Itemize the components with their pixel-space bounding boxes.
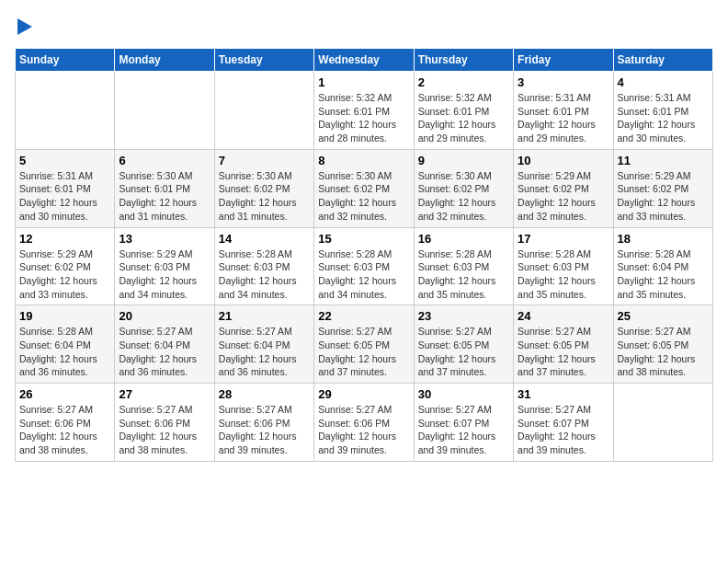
- day-number: 28: [219, 387, 310, 401]
- day-number: 1: [318, 75, 409, 89]
- day-info: Sunrise: 5:28 AM Sunset: 6:04 PM Dayligh…: [618, 247, 709, 302]
- calendar-cell: 9Sunrise: 5:30 AM Sunset: 6:02 PM Daylig…: [414, 149, 513, 227]
- day-number: 12: [19, 232, 110, 246]
- day-info: Sunrise: 5:28 AM Sunset: 6:03 PM Dayligh…: [418, 247, 509, 302]
- calendar-cell: [613, 384, 712, 462]
- calendar-cell: 23Sunrise: 5:27 AM Sunset: 6:05 PM Dayli…: [414, 305, 513, 384]
- day-number: 14: [219, 232, 310, 246]
- calendar-cell: 20Sunrise: 5:27 AM Sunset: 6:04 PM Dayli…: [115, 305, 214, 384]
- day-number: 25: [618, 309, 709, 323]
- calendar-cell: 27Sunrise: 5:27 AM Sunset: 6:06 PM Dayli…: [115, 384, 214, 462]
- calendar-cell: 1Sunrise: 5:32 AM Sunset: 6:01 PM Daylig…: [314, 72, 414, 150]
- week-row-2: 5Sunrise: 5:31 AM Sunset: 6:01 PM Daylig…: [16, 149, 713, 227]
- calendar-cell: [16, 72, 115, 150]
- day-number: 6: [119, 154, 210, 167]
- day-info: Sunrise: 5:28 AM Sunset: 6:03 PM Dayligh…: [518, 247, 609, 302]
- calendar-cell: 15Sunrise: 5:28 AM Sunset: 6:03 PM Dayli…: [314, 227, 414, 305]
- day-number: 30: [418, 387, 509, 401]
- day-info: Sunrise: 5:30 AM Sunset: 6:02 PM Dayligh…: [219, 169, 310, 224]
- col-header-monday: Monday: [115, 49, 214, 72]
- day-number: 5: [19, 154, 110, 167]
- day-number: 10: [518, 154, 609, 167]
- day-number: 17: [518, 232, 609, 246]
- calendar-cell: 3Sunrise: 5:31 AM Sunset: 6:01 PM Daylig…: [514, 72, 613, 150]
- calendar-cell: 5Sunrise: 5:31 AM Sunset: 6:01 PM Daylig…: [16, 149, 115, 227]
- day-number: 3: [518, 75, 609, 89]
- week-row-1: 1Sunrise: 5:32 AM Sunset: 6:01 PM Daylig…: [16, 72, 713, 150]
- day-info: Sunrise: 5:28 AM Sunset: 6:03 PM Dayligh…: [219, 247, 310, 302]
- calendar-cell: 26Sunrise: 5:27 AM Sunset: 6:06 PM Dayli…: [16, 384, 115, 462]
- day-number: 27: [119, 387, 210, 401]
- calendar-cell: 19Sunrise: 5:28 AM Sunset: 6:04 PM Dayli…: [16, 305, 115, 384]
- week-row-5: 26Sunrise: 5:27 AM Sunset: 6:06 PM Dayli…: [16, 384, 713, 462]
- day-info: Sunrise: 5:27 AM Sunset: 6:04 PM Dayligh…: [219, 325, 310, 379]
- calendar-cell: 21Sunrise: 5:27 AM Sunset: 6:04 PM Dayli…: [214, 305, 313, 384]
- day-info: Sunrise: 5:29 AM Sunset: 6:02 PM Dayligh…: [19, 247, 110, 302]
- day-info: Sunrise: 5:29 AM Sunset: 6:03 PM Dayligh…: [119, 247, 210, 302]
- week-row-4: 19Sunrise: 5:28 AM Sunset: 6:04 PM Dayli…: [16, 305, 713, 384]
- day-info: Sunrise: 5:29 AM Sunset: 6:02 PM Dayligh…: [518, 169, 609, 224]
- calendar-cell: 28Sunrise: 5:27 AM Sunset: 6:06 PM Dayli…: [214, 384, 313, 462]
- calendar-cell: 31Sunrise: 5:27 AM Sunset: 6:07 PM Dayli…: [514, 384, 613, 462]
- calendar-cell: 10Sunrise: 5:29 AM Sunset: 6:02 PM Dayli…: [514, 149, 613, 227]
- col-header-sunday: Sunday: [16, 49, 115, 72]
- day-info: Sunrise: 5:27 AM Sunset: 6:06 PM Dayligh…: [219, 403, 310, 457]
- calendar-cell: 7Sunrise: 5:30 AM Sunset: 6:02 PM Daylig…: [214, 149, 313, 227]
- day-info: Sunrise: 5:27 AM Sunset: 6:07 PM Dayligh…: [518, 403, 609, 457]
- day-info: Sunrise: 5:31 AM Sunset: 6:01 PM Dayligh…: [618, 91, 709, 145]
- day-info: Sunrise: 5:30 AM Sunset: 6:01 PM Dayligh…: [119, 169, 210, 224]
- day-info: Sunrise: 5:27 AM Sunset: 6:05 PM Dayligh…: [418, 325, 509, 379]
- day-info: Sunrise: 5:32 AM Sunset: 6:01 PM Dayligh…: [318, 91, 409, 145]
- day-info: Sunrise: 5:27 AM Sunset: 6:05 PM Dayligh…: [518, 325, 609, 379]
- col-header-saturday: Saturday: [613, 49, 712, 72]
- calendar-header-row: SundayMondayTuesdayWednesdayThursdayFrid…: [16, 49, 713, 72]
- calendar-cell: 4Sunrise: 5:31 AM Sunset: 6:01 PM Daylig…: [613, 72, 712, 150]
- day-info: Sunrise: 5:27 AM Sunset: 6:05 PM Dayligh…: [618, 325, 709, 379]
- day-number: 16: [418, 232, 509, 246]
- day-number: 7: [219, 154, 310, 167]
- day-number: 13: [119, 232, 210, 246]
- day-info: Sunrise: 5:27 AM Sunset: 6:06 PM Dayligh…: [318, 403, 409, 457]
- logo-arrow-icon: [17, 17, 34, 37]
- day-info: Sunrise: 5:30 AM Sunset: 6:02 PM Dayligh…: [318, 169, 409, 224]
- day-number: 2: [418, 75, 509, 89]
- calendar-cell: 8Sunrise: 5:30 AM Sunset: 6:02 PM Daylig…: [314, 149, 414, 227]
- day-number: 18: [618, 232, 709, 246]
- calendar-cell: [115, 72, 214, 150]
- day-info: Sunrise: 5:28 AM Sunset: 6:03 PM Dayligh…: [318, 247, 409, 302]
- week-row-3: 12Sunrise: 5:29 AM Sunset: 6:02 PM Dayli…: [16, 227, 713, 305]
- day-number: 22: [318, 309, 409, 323]
- calendar-cell: 16Sunrise: 5:28 AM Sunset: 6:03 PM Dayli…: [414, 227, 513, 305]
- day-info: Sunrise: 5:28 AM Sunset: 6:04 PM Dayligh…: [19, 325, 110, 379]
- calendar-cell: 12Sunrise: 5:29 AM Sunset: 6:02 PM Dayli…: [16, 227, 115, 305]
- day-info: Sunrise: 5:27 AM Sunset: 6:05 PM Dayligh…: [318, 325, 409, 379]
- calendar-cell: 30Sunrise: 5:27 AM Sunset: 6:07 PM Dayli…: [414, 384, 513, 462]
- calendar-cell: 11Sunrise: 5:29 AM Sunset: 6:02 PM Dayli…: [613, 149, 712, 227]
- day-info: Sunrise: 5:29 AM Sunset: 6:02 PM Dayligh…: [618, 169, 709, 224]
- col-header-wednesday: Wednesday: [314, 49, 414, 72]
- calendar-cell: 22Sunrise: 5:27 AM Sunset: 6:05 PM Dayli…: [314, 305, 414, 384]
- calendar-cell: 17Sunrise: 5:28 AM Sunset: 6:03 PM Dayli…: [514, 227, 613, 305]
- calendar-cell: 18Sunrise: 5:28 AM Sunset: 6:04 PM Dayli…: [613, 227, 712, 305]
- calendar-cell: 29Sunrise: 5:27 AM Sunset: 6:06 PM Dayli…: [314, 384, 414, 462]
- day-number: 23: [418, 309, 509, 323]
- calendar-cell: 2Sunrise: 5:32 AM Sunset: 6:01 PM Daylig…: [414, 72, 513, 150]
- col-header-thursday: Thursday: [414, 49, 513, 72]
- page-header: [15, 15, 713, 40]
- day-number: 24: [518, 309, 609, 323]
- day-info: Sunrise: 5:30 AM Sunset: 6:02 PM Dayligh…: [418, 169, 509, 224]
- day-number: 15: [318, 232, 409, 246]
- col-header-friday: Friday: [514, 49, 613, 72]
- day-number: 20: [119, 309, 210, 323]
- day-info: Sunrise: 5:27 AM Sunset: 6:07 PM Dayligh…: [418, 403, 509, 457]
- calendar-cell: 24Sunrise: 5:27 AM Sunset: 6:05 PM Dayli…: [514, 305, 613, 384]
- calendar-cell: 6Sunrise: 5:30 AM Sunset: 6:01 PM Daylig…: [115, 149, 214, 227]
- calendar-cell: 25Sunrise: 5:27 AM Sunset: 6:05 PM Dayli…: [613, 305, 712, 384]
- day-number: 19: [19, 309, 110, 323]
- calendar-cell: 13Sunrise: 5:29 AM Sunset: 6:03 PM Dayli…: [115, 227, 214, 305]
- day-info: Sunrise: 5:27 AM Sunset: 6:06 PM Dayligh…: [19, 403, 110, 457]
- calendar-cell: [214, 72, 313, 150]
- calendar-cell: 14Sunrise: 5:28 AM Sunset: 6:03 PM Dayli…: [214, 227, 313, 305]
- day-info: Sunrise: 5:31 AM Sunset: 6:01 PM Dayligh…: [19, 169, 110, 224]
- day-info: Sunrise: 5:32 AM Sunset: 6:01 PM Dayligh…: [418, 91, 509, 145]
